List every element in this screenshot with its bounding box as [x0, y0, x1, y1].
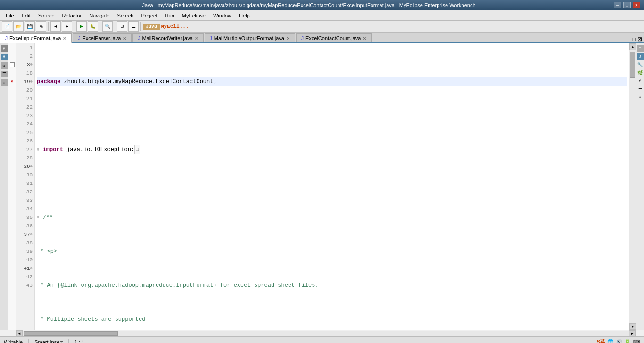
- tab-excel-parser[interactable]: J ExcelParser.java ✕: [73, 33, 132, 42]
- line-num-26: 26: [18, 137, 33, 145]
- right-sidebar-icon-6[interactable]: ☰: [637, 85, 644, 92]
- sidebar-icon-5[interactable]: ✦: [1, 79, 8, 86]
- save-button[interactable]: 💾: [25, 21, 35, 32]
- tab-close-5[interactable]: ✕: [363, 36, 366, 41]
- perspective-button[interactable]: ⊞: [117, 21, 127, 32]
- tab-close-3[interactable]: ✕: [195, 36, 198, 41]
- scroll-down-button[interactable]: ▼: [629, 323, 636, 330]
- code-line-2: [37, 111, 627, 120]
- code-line-19: ⊕ /**: [37, 213, 627, 222]
- tab-label-5: ExcelContactCount.java: [305, 35, 361, 41]
- tab-icon-3: J: [138, 36, 140, 41]
- line-num-35: 35: [18, 213, 33, 222]
- open-button[interactable]: 📂: [13, 21, 24, 32]
- menu-search[interactable]: Search: [114, 10, 138, 20]
- line-num-40: 40: [18, 256, 33, 264]
- line-num-33: 33: [18, 196, 33, 205]
- line-num-32: 32: [18, 188, 33, 196]
- menu-project[interactable]: Project: [137, 10, 161, 20]
- new-button[interactable]: 📄: [2, 21, 12, 32]
- scroll-track[interactable]: [629, 50, 636, 323]
- tab-close-1[interactable]: ✕: [63, 36, 66, 41]
- tab-close-2[interactable]: ✕: [123, 36, 126, 41]
- fold-marker-3[interactable]: +: [10, 62, 15, 67]
- vertical-scrollbar[interactable]: ▲ ▼: [629, 43, 636, 330]
- scroll-up-button[interactable]: ▲: [629, 43, 636, 50]
- restore-button[interactable]: □: [623, 2, 631, 8]
- debug-button[interactable]: 🐛: [88, 21, 98, 32]
- minimize-button[interactable]: ─: [614, 2, 621, 8]
- menu-help[interactable]: Help: [235, 10, 254, 20]
- right-sidebar: T J 🔧 🌿 ⚡ ☰ ⊕: [636, 43, 644, 330]
- tab-bar: J ExcelInputFormat.java ✕ J ExcelParser.…: [0, 33, 644, 43]
- separator-2: [74, 22, 74, 31]
- prev-button[interactable]: ◀: [50, 21, 61, 32]
- next-button[interactable]: ▶: [62, 21, 72, 32]
- keyboard-icon: ⌨: [633, 339, 640, 343]
- scroll-left-button[interactable]: ◀: [16, 330, 23, 337]
- right-sidebar-icon-2[interactable]: J: [637, 53, 644, 60]
- print-button[interactable]: 🖨: [36, 21, 46, 32]
- line-num-24: 24: [18, 120, 33, 128]
- status-position: 1 : 1: [74, 339, 84, 343]
- sidebar-icon-3[interactable]: ⚙: [1, 62, 8, 69]
- volume-icon: 🔊: [616, 339, 622, 343]
- code-editor[interactable]: + ✖: [8, 43, 636, 330]
- search-button[interactable]: 🔍: [102, 21, 113, 32]
- view-button[interactable]: ☰: [128, 21, 139, 32]
- tab-excel-input-format[interactable]: J ExcelInputFormat.java ✕: [0, 33, 72, 43]
- close-button[interactable]: ✕: [633, 2, 640, 8]
- right-sidebar-icon-4[interactable]: 🌿: [637, 69, 644, 76]
- line-num-20: 20: [18, 86, 33, 94]
- horizontal-scrollbar[interactable]: ◀ ▶: [16, 330, 636, 336]
- h-scroll-thumb[interactable]: [24, 331, 118, 336]
- status-insert-mode: Smart Insert: [34, 339, 69, 343]
- menu-refactor[interactable]: Refactor: [58, 10, 86, 20]
- h-scroll-track[interactable]: [23, 331, 629, 336]
- restore-editor-icon[interactable]: ⊠: [637, 36, 642, 42]
- menu-window[interactable]: Window: [209, 10, 235, 20]
- run-button[interactable]: ▶: [76, 21, 87, 32]
- menu-edit[interactable]: Edit: [18, 10, 34, 20]
- maximize-editor-icon[interactable]: □: [632, 36, 636, 42]
- tab-mail-multiple-output[interactable]: J MailMultipleOutputFormat.java ✕: [205, 33, 295, 42]
- scroll-right-button[interactable]: ▶: [629, 330, 636, 337]
- line-num-39: 39: [18, 247, 33, 256]
- menu-myeclipse[interactable]: MyEclipse: [178, 10, 209, 20]
- sidebar-icon-2[interactable]: H: [1, 54, 8, 60]
- java-badge: Java: [143, 24, 160, 30]
- main-area: P H ⚙ ☰ ✦ + ✖: [0, 43, 644, 330]
- title-text: Java - myMapReduce/src/main/java/zhouls/…: [4, 2, 614, 8]
- tab-icon-4: J: [210, 36, 212, 41]
- tab-icon-5: J: [301, 36, 304, 41]
- line-num-23: 23: [18, 111, 33, 120]
- line-num-21: 21: [18, 94, 33, 103]
- tab-close-4[interactable]: ✕: [286, 36, 290, 41]
- toolbar-row1: 📄 📂 💾 🖨 ◀ ▶ ▶ 🐛 🔍 ⊞ ☰ Java MyEcli...: [0, 21, 644, 32]
- line-num-38: 38: [18, 239, 33, 247]
- menu-source[interactable]: Source: [34, 10, 58, 20]
- right-sidebar-icon-5[interactable]: ⚡: [637, 77, 644, 84]
- code-line-22: * Multiple sheets are supported: [37, 315, 627, 324]
- code-line-18: [37, 179, 627, 188]
- left-sidebar: P H ⚙ ☰ ✦: [0, 43, 8, 330]
- code-content[interactable]: package zhouls.bigdata.myMapReduce.Excel…: [35, 43, 629, 330]
- menu-run[interactable]: Run: [161, 10, 178, 20]
- separator-3: [100, 22, 100, 31]
- sidebar-icon-4[interactable]: ☰: [1, 71, 8, 77]
- battery-icon: 🔋: [624, 339, 631, 343]
- line-num-2: 2: [18, 52, 33, 60]
- sidebar-icon-1[interactable]: P: [1, 45, 8, 52]
- tab-label-3: MailRecordWriter.java: [142, 35, 192, 41]
- tab-excel-contact-count[interactable]: J ExcelContactCount.java ✕: [296, 33, 372, 42]
- right-sidebar-icon-1[interactable]: T: [637, 45, 644, 52]
- marker-gutter: + ✖: [8, 43, 16, 330]
- menu-navigate[interactable]: Navigate: [85, 10, 113, 20]
- code-line-3: ⊕ import java.io.IOException;□: [37, 145, 627, 154]
- tab-mail-record-writer[interactable]: J MailRecordWriter.java ✕: [132, 33, 203, 42]
- menu-file[interactable]: File: [2, 10, 18, 20]
- scroll-thumb[interactable]: [630, 52, 635, 78]
- right-sidebar-icon-7[interactable]: ⊕: [637, 93, 644, 100]
- myeclipse-badge: MyEcli...: [161, 24, 189, 29]
- right-sidebar-icon-3[interactable]: 🔧: [637, 61, 644, 68]
